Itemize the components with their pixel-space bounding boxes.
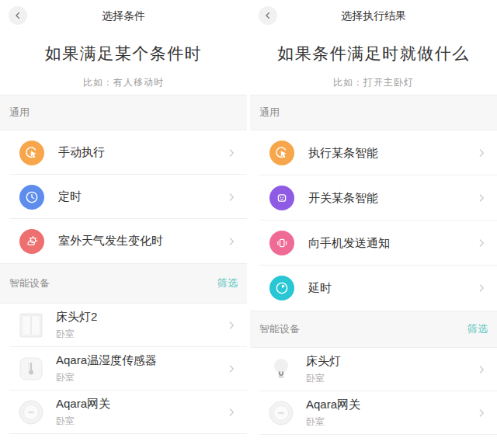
list-item-run-scene[interactable]: 执行某条智能	[250, 130, 497, 175]
device-room: 卧室	[56, 371, 225, 384]
chevron-right-icon	[475, 363, 488, 376]
device-name: Aqara温湿度传感器	[56, 353, 225, 368]
chevron-right-icon	[475, 282, 488, 294]
run-scene-icon	[269, 141, 294, 165]
list-item-manual-run[interactable]: 手动执行	[0, 130, 247, 175]
filter-link[interactable]: 筛选	[217, 276, 238, 290]
section-label: 智能设备	[259, 322, 300, 336]
timer-icon	[19, 185, 44, 210]
gateway-device-icon	[17, 398, 45, 426]
device-room: 卧室	[56, 415, 225, 428]
device-room: 卧室	[306, 415, 475, 429]
chevron-right-icon	[225, 147, 238, 159]
list-item-notify-phone[interactable]: 向手机发送通知	[250, 221, 497, 266]
list-item-label: 开关某条智能	[308, 191, 475, 206]
screen-select-action: 选择执行结果 如果条件满足时就做什么 比如：打开主卧灯 通用 执行某条智能 开关…	[250, 0, 497, 448]
wall-switch-device-icon	[17, 311, 45, 339]
device-item-bedlamp[interactable]: 床头灯 卧室	[250, 348, 497, 391]
hero-heading: 如果条件满足时就做什么	[250, 43, 497, 64]
gateway-device-icon	[267, 399, 295, 427]
page-title: 选择执行结果	[250, 9, 497, 23]
chevron-right-icon	[225, 191, 238, 203]
section-label: 通用	[9, 106, 30, 120]
manual-run-icon	[19, 141, 44, 165]
device-name: 床头灯	[306, 354, 475, 369]
list-item-timer[interactable]: 定时	[0, 175, 247, 219]
list-item-label: 手动执行	[58, 145, 225, 160]
page-title: 选择条件	[0, 9, 247, 23]
header-left: 选择条件 如果满足某个条件时 比如：有人移动时	[0, 0, 247, 95]
list-item-toggle-scene[interactable]: 开关某条智能	[250, 175, 497, 221]
hero-subtitle: 比如：有人移动时	[0, 76, 247, 89]
section-header-devices: 智能设备 筛选	[250, 311, 497, 348]
list-item-label: 延时	[308, 281, 475, 296]
device-room: 卧室	[306, 372, 475, 385]
section-header-general: 通用	[250, 95, 497, 130]
list-item-label: 室外天气发生变化时	[58, 234, 225, 248]
section-label: 智能设备	[9, 276, 50, 290]
list-item-label: 向手机发送通知	[308, 236, 475, 251]
device-name: Aqara网关	[306, 398, 475, 412]
device-item-gateway[interactable]: Aqara网关 卧室	[0, 391, 247, 434]
notify-phone-icon	[269, 231, 294, 255]
bulb-device-icon	[267, 356, 295, 384]
list-item-weather-change[interactable]: 室外天气发生变化时	[0, 219, 247, 263]
list-item-label: 定时	[58, 189, 225, 204]
filter-link[interactable]: 筛选	[467, 322, 488, 336]
chevron-right-icon	[225, 406, 238, 418]
device-item-temp-humidity-sensor[interactable]: Aqara温湿度传感器 卧室	[0, 347, 247, 391]
section-header-general: 通用	[0, 95, 247, 130]
list-item-label: 执行某条智能	[308, 146, 475, 161]
device-item-bedlamp2[interactable]: 床头灯2 卧室	[0, 304, 247, 347]
chevron-right-icon	[225, 363, 238, 375]
device-name: Aqara网关	[56, 397, 225, 412]
chevron-right-icon	[475, 407, 488, 419]
section-label: 通用	[259, 106, 280, 120]
chevron-right-icon	[475, 147, 488, 159]
section-header-devices: 智能设备 筛选	[0, 263, 247, 304]
device-item-gateway[interactable]: Aqara网关 卧室	[250, 391, 497, 435]
chevron-right-icon	[225, 319, 238, 332]
screen-select-condition: 选择条件 如果满足某个条件时 比如：有人移动时 通用 手动执行 定时 室外天气发…	[0, 0, 247, 448]
bottom-spacer	[250, 435, 497, 448]
toggle-scene-icon	[269, 186, 294, 210]
chevron-right-icon	[475, 192, 488, 204]
header-right: 选择执行结果 如果条件满足时就做什么 比如：打开主卧灯	[250, 0, 497, 95]
delay-icon	[269, 276, 294, 300]
weather-icon	[19, 229, 44, 254]
hero-heading: 如果满足某个条件时	[0, 43, 247, 64]
device-room: 卧室	[56, 328, 225, 341]
list-item-delay[interactable]: 延时	[250, 266, 497, 311]
sensor-device-icon	[17, 355, 45, 383]
chevron-right-icon	[225, 235, 238, 248]
bottom-spacer	[0, 434, 247, 448]
device-name: 床头灯2	[56, 310, 225, 325]
chevron-right-icon	[475, 237, 488, 249]
hero-subtitle: 比如：打开主卧灯	[250, 76, 497, 89]
